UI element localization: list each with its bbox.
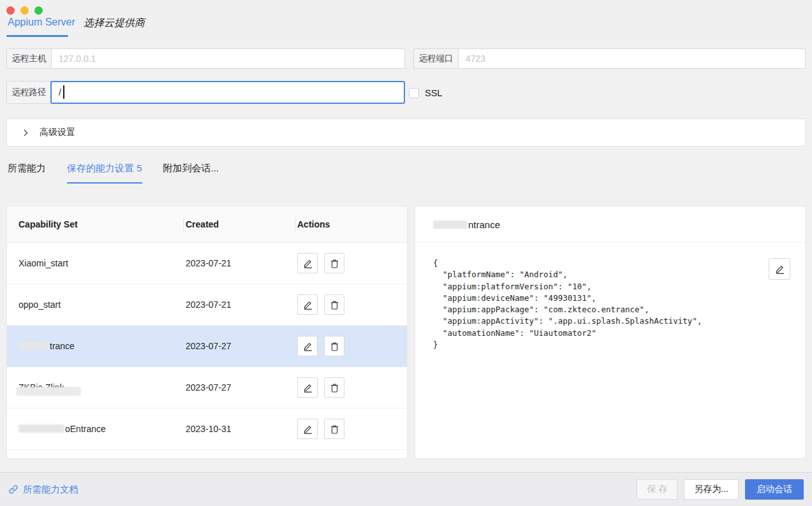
window-controls [6, 6, 43, 15]
tab-saved-capability-sets[interactable]: 保存的能力设置 5 [67, 163, 142, 184]
remote-path-group: 远程路径 [6, 81, 405, 104]
capabilities-doc-link[interactable]: 所需能力文档 [8, 484, 78, 496]
link-icon [8, 484, 18, 495]
redaction-blur [433, 220, 468, 229]
tab-appium-server[interactable]: Appium Server [8, 17, 75, 28]
delete-button[interactable] [324, 377, 344, 398]
chevron-right-icon [22, 129, 30, 137]
edit-json-button[interactable] [769, 258, 790, 280]
edit-button[interactable] [297, 294, 318, 315]
start-session-button[interactable]: 启动会话 [745, 479, 804, 500]
save-button[interactable]: 保 存 [637, 479, 677, 500]
redaction-blur [16, 387, 81, 396]
table-header: Capability Set Created Actions [7, 206, 407, 243]
capability-json: { "platformName": "Android", "appium:pla… [433, 257, 787, 351]
tab-attach-to-session[interactable]: 附加到会话... [163, 163, 219, 184]
trash-icon [329, 300, 340, 310]
trash-icon [329, 341, 340, 352]
table-row-selected[interactable]: trance 2023-07-27 [7, 326, 407, 367]
remote-port-input[interactable] [458, 48, 806, 69]
titlebar: Appium Server 选择云提供商 [0, 0, 812, 40]
close-button[interactable] [6, 6, 15, 15]
pencil-icon [774, 264, 785, 275]
remote-host-group: 远程主机 [6, 48, 405, 69]
created-date: 2023-10-31 [186, 424, 297, 434]
text-cursor [63, 85, 64, 99]
active-tab-underline [6, 35, 68, 37]
capability-detail-panel: ntrance { "platformName": "Android", "ap… [415, 206, 806, 459]
edit-button[interactable] [297, 419, 318, 439]
table-row[interactable]: oppo_start 2023-07-21 [7, 284, 407, 326]
capability-sets-table: Capability Set Created Actions Xiaomi_st… [6, 206, 408, 459]
table-row[interactable]: Xiaomi_start 2023-07-21 [7, 243, 407, 284]
table-row[interactable]: ZKBio Zlink 2023-07-27 [7, 367, 407, 408]
footer-buttons: 保 存 另存为... 启动会话 [637, 479, 804, 500]
remote-path-label: 远程路径 [6, 81, 51, 104]
tab-cloud-provider[interactable]: 选择云提供商 [84, 17, 145, 30]
pencil-icon [302, 300, 313, 310]
created-date: 2023-07-27 [186, 341, 297, 351]
appium-inspector-window: Appium Server 选择云提供商 远程主机 远程端口 远程路径 SSL … [0, 0, 812, 506]
created-date: 2023-07-27 [186, 382, 297, 393]
detail-title: ntrance [468, 219, 500, 230]
delete-button[interactable] [324, 419, 344, 439]
detail-header: ntrance [415, 206, 805, 243]
detail-body: { "platformName": "Android", "appium:pla… [415, 243, 805, 365]
delete-button[interactable] [324, 253, 344, 273]
remote-host-input[interactable] [51, 48, 405, 69]
minimize-button[interactable] [20, 6, 29, 15]
pencil-icon [302, 424, 313, 435]
ssl-label: SSL [425, 88, 442, 98]
remote-path-input[interactable] [50, 81, 405, 104]
pencil-icon [302, 341, 313, 352]
edit-button[interactable] [297, 253, 318, 273]
pencil-icon [302, 258, 313, 269]
delete-button[interactable] [324, 294, 344, 315]
ssl-option: SSL [409, 88, 442, 98]
remote-port-label: 远程端口 [413, 48, 458, 69]
header-actions: Actions [297, 219, 407, 229]
redaction-blur [18, 424, 64, 433]
ssl-checkbox[interactable] [409, 88, 419, 98]
trash-icon [329, 424, 340, 435]
remote-port-group: 远程端口 [413, 48, 806, 69]
save-as-button[interactable]: 另存为... [684, 479, 739, 500]
capability-set-name: trance [50, 341, 75, 351]
advanced-settings-toggle[interactable]: 高级设置 [6, 119, 806, 147]
edit-button[interactable] [297, 377, 318, 398]
delete-button[interactable] [324, 336, 344, 356]
doc-link-label: 所需能力文档 [23, 484, 78, 496]
created-date: 2023-07-21 [186, 300, 297, 310]
trash-icon [329, 258, 340, 269]
tab-desired-capabilities[interactable]: 所需能力 [8, 163, 46, 184]
header-capability-set: Capability Set [7, 206, 186, 242]
capability-set-name: oppo_start [7, 300, 186, 310]
capability-tabs: 所需能力 保存的能力设置 5 附加到会话... [8, 163, 219, 184]
advanced-settings-label: 高级设置 [40, 127, 75, 138]
capability-set-name: Xiaomi_start [7, 258, 186, 268]
capability-set-name: oEntrance [65, 424, 106, 434]
pencil-icon [302, 382, 313, 393]
zoom-button[interactable] [34, 6, 43, 15]
header-created: Created [186, 206, 297, 242]
redaction-blur [18, 342, 49, 350]
footer-bar: 所需能力文档 保 存 另存为... 启动会话 [0, 472, 812, 506]
edit-button[interactable] [297, 336, 318, 356]
remote-host-label: 远程主机 [6, 48, 51, 69]
created-date: 2023-07-21 [186, 258, 297, 268]
table-row[interactable]: oEntrance 2023-10-31 [7, 408, 407, 450]
trash-icon [329, 382, 340, 393]
